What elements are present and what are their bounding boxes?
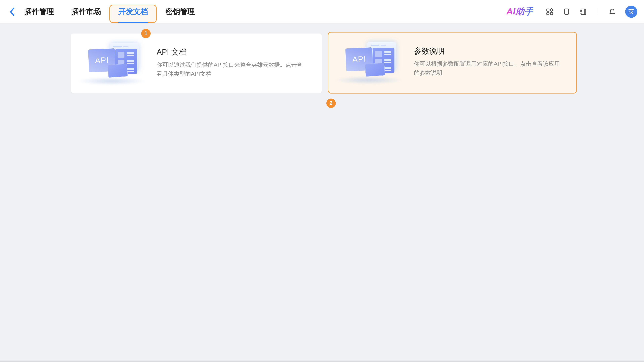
illustration-shadow: [77, 77, 146, 85]
tab-label: 开发文档: [118, 6, 148, 16]
apps-grid-icon[interactable]: [546, 8, 554, 15]
nav-right-group: AI助手: [506, 0, 644, 23]
tab-label: 密钥管理: [165, 6, 195, 16]
card-description: 你可以通过我们提供的API接口来整合英雄云数据。点击查看具体类型的API文档: [157, 60, 303, 78]
card-text-block: API 文档 你可以通过我们提供的API接口来整合英雄云数据。点击查看具体类型的…: [157, 33, 306, 93]
api-illustration: API: [334, 36, 406, 87]
tab-label: 插件市场: [72, 6, 101, 16]
tab-plugin-management[interactable]: 插件管理: [24, 0, 54, 23]
tab-plugin-market[interactable]: 插件市场: [72, 0, 101, 23]
tab-label: 插件管理: [24, 6, 54, 16]
api-illustration: API: [76, 37, 148, 88]
card-text-block: 参数说明 你可以根据参数配置调用对应的API接口。点击查看该应用的参数说明: [414, 32, 563, 93]
app-window: 插件管理 插件市场 开发文档 密钥管理 AI助手: [0, 0, 644, 362]
active-tab-indicator: [118, 22, 148, 23]
tab-key-management[interactable]: 密钥管理: [165, 0, 195, 23]
tab-dev-docs[interactable]: 开发文档: [118, 0, 148, 23]
illustration-tile: [365, 63, 385, 77]
illustration-shadow: [334, 76, 404, 84]
ai-assistant-logo[interactable]: AI助手: [506, 6, 533, 17]
journal-icon[interactable]: [580, 8, 587, 15]
chevron-left-icon: [9, 7, 16, 16]
card-title: API 文档: [157, 47, 306, 57]
book-icon[interactable]: [563, 8, 570, 15]
tutorial-step-badge-1: 1: [141, 29, 150, 38]
toolbar-divider: [598, 8, 598, 15]
back-button[interactable]: [8, 7, 16, 16]
card-title: 参数说明: [414, 46, 563, 56]
content-area: API API 文档 你可以通过我们提供的API接口来整合英雄云数据。点击查看具…: [0, 23, 644, 360]
tab-bar: 插件管理 插件市场 开发文档 密钥管理: [24, 0, 195, 23]
user-avatar[interactable]: 英: [625, 5, 637, 17]
illustration-tile: [108, 64, 128, 78]
bell-icon[interactable]: [608, 8, 616, 15]
top-navigation-bar: 插件管理 插件市场 开发文档 密钥管理 AI助手: [0, 0, 644, 23]
card-api-docs[interactable]: API API 文档 你可以通过我们提供的API接口来整合英雄云数据。点击查看具…: [71, 33, 322, 93]
tutorial-step-badge-2: 2: [326, 98, 336, 108]
nav-left-group: 插件管理 插件市场 开发文档 密钥管理: [0, 0, 195, 23]
api-label: API: [95, 55, 109, 65]
window-bottom-edge: [0, 360, 644, 362]
card-description: 你可以根据参数配置调用对应的API接口。点击查看该应用的参数说明: [414, 59, 560, 77]
api-label: API: [352, 54, 366, 64]
card-parameter-description[interactable]: API 参数说明 你可以根据参数配置调用对应的API接口。点击查看该应用的参数说…: [328, 32, 577, 93]
